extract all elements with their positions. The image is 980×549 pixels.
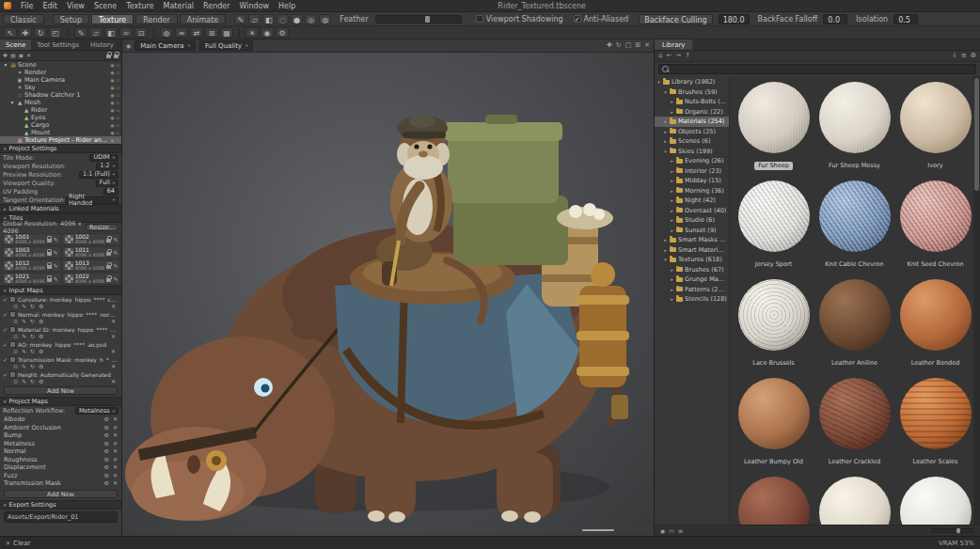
remove-icon[interactable]: ✕: [113, 441, 118, 447]
thumbnail-size-thumb[interactable]: [956, 528, 960, 533]
render-toggle-icon[interactable]: ▫: [117, 86, 119, 90]
remove-icon[interactable]: ✕: [111, 379, 116, 384]
material-leather-scales[interactable]: Leather Scales: [895, 378, 975, 470]
lock-icon[interactable]: [47, 239, 52, 243]
library-folder-nuts-bolts-51[interactable]: ▸Nuts-Bolts (51): [655, 97, 729, 107]
tile-1012[interactable]: 10124096 x 4096✎: [2, 259, 61, 272]
scene-node-sky[interactable]: ☀Sky◉▫: [0, 84, 121, 91]
grid-icon[interactable]: ▦: [220, 27, 233, 38]
remove-icon[interactable]: ✕: [113, 457, 118, 463]
library-folder-interior-23[interactable]: ▸Interior (23): [655, 166, 729, 177]
eye-icon[interactable]: ◉: [110, 116, 114, 120]
scene-node-rider[interactable]: ▲Rider◉▫: [0, 106, 121, 114]
remove-icon[interactable]: ✕: [111, 349, 116, 354]
gear-icon[interactable]: ⚙: [39, 304, 43, 309]
feather-slider[interactable]: [375, 15, 462, 24]
reflection-workflow-dropdown[interactable]: Metalness ▾: [75, 407, 119, 415]
reload-icon[interactable]: ↻: [30, 379, 35, 384]
gear-icon[interactable]: ⚙: [104, 448, 109, 454]
lock-icon[interactable]: [106, 278, 111, 282]
eye-icon[interactable]: ◉: [110, 71, 114, 75]
lock-icon[interactable]: [106, 265, 111, 269]
camera-dropdown[interactable]: Main Camera ▾: [134, 40, 196, 51]
gear-icon[interactable]: ⚙: [104, 480, 109, 486]
scene-node-texture-project-rider-and-mount[interactable]: ▦Texture Project - Rider and Mount◉▫: [0, 136, 121, 144]
project-settings-header[interactable]: ▾ Project Settings: [0, 144, 121, 153]
zoom-icon[interactable]: ⊙: [13, 364, 18, 369]
add-camera-icon[interactable]: ◉: [19, 53, 24, 58]
clone-icon[interactable]: ⊡: [134, 27, 148, 38]
scene-node-render[interactable]: ✦Render◉▫: [0, 69, 121, 76]
eye-icon[interactable]: ◉: [261, 27, 274, 38]
library-folder-smart-materials-344[interactable]: ▸Smart Materials (344): [655, 245, 729, 256]
resize-button[interactable]: Resize...: [86, 224, 119, 231]
library-folder-smart-masks-39[interactable]: ▸Smart Masks (39): [655, 235, 729, 245]
library-folder-textures-618[interactable]: ▾Textures (618): [655, 255, 729, 265]
zoom-icon[interactable]: ⊙: [13, 319, 18, 324]
check-icon[interactable]: ✓: [3, 297, 8, 303]
material-lace-brussels[interactable]: Lace Brussels: [734, 279, 814, 371]
close-view-icon[interactable]: ✕: [644, 42, 650, 49]
scene-node-main-camera[interactable]: ◉Main Camera◉▫: [0, 76, 121, 84]
zoom-icon[interactable]: ⊙: [13, 349, 18, 354]
render-toggle-icon[interactable]: ▫: [117, 63, 119, 68]
tab-tool-settings[interactable]: Tool Settings: [31, 39, 85, 50]
eye-icon[interactable]: ◉: [110, 63, 114, 68]
export-settings-header[interactable]: ▾ Export Settings: [0, 500, 121, 510]
anti-aliased-checkbox[interactable]: ✓ Anti-Aliased: [574, 15, 629, 24]
scene-node-scene[interactable]: ▾▤Scene◉▫: [0, 61, 121, 69]
import-icon[interactable]: ⇩: [952, 53, 957, 59]
edit-icon[interactable]: ✎: [54, 250, 58, 256]
material-partial-13[interactable]: [814, 477, 894, 525]
library-folder-grunge-maps-135[interactable]: ▸Grunge Maps (135): [655, 274, 729, 285]
edit-icon[interactable]: ✎: [113, 276, 118, 282]
light-icon[interactable]: ☀: [245, 27, 259, 38]
gear-icon[interactable]: ⚙: [276, 27, 289, 38]
scene-node-mesh[interactable]: ▾▲Mesh◉▫: [0, 99, 121, 106]
isolation-field[interactable]: 0.5: [893, 14, 918, 24]
remove-icon[interactable]: ✕: [111, 364, 116, 369]
hard-brush-icon[interactable]: ●: [291, 14, 303, 24]
menu-render[interactable]: Render: [198, 2, 234, 10]
tile-1013[interactable]: 10134096 x 4096✎: [62, 259, 121, 272]
material-fur-sheep[interactable]: Fur Sheep: [734, 82, 814, 174]
brush-icon[interactable]: ✎: [234, 14, 246, 24]
remove-icon[interactable]: ✕: [113, 473, 118, 478]
library-folder-library-1982[interactable]: ▾Library (1982): [655, 77, 729, 87]
backface-culling-field[interactable]: 180.0: [719, 14, 750, 24]
add-folder-icon[interactable]: ▤: [10, 53, 16, 58]
edit-icon[interactable]: ✎: [54, 237, 58, 243]
material-knit-seed-chevron[interactable]: Knit Seed Chevron: [895, 180, 975, 273]
check-icon[interactable]: ✓: [3, 327, 8, 333]
library-folder-brushes-59[interactable]: ▾Brushes (59): [655, 87, 729, 98]
scene-node-shadow-catcher-1[interactable]: ▱Shadow Catcher 1◉▫: [0, 91, 121, 99]
edit-icon[interactable]: ✎: [54, 263, 58, 269]
eye-icon[interactable]: ◉: [110, 86, 114, 90]
menu-material[interactable]: Material: [159, 2, 199, 10]
zoom-icon[interactable]: ⊙: [13, 334, 18, 339]
remove-icon[interactable]: ✕: [113, 416, 118, 422]
gear-icon[interactable]: ⚙: [104, 473, 109, 478]
check-icon[interactable]: ✓: [3, 342, 8, 348]
bucket-icon[interactable]: ◧: [104, 27, 118, 38]
gear-icon[interactable]: ⚙: [104, 457, 109, 463]
menu-window[interactable]: Window: [235, 2, 275, 10]
edit-icon[interactable]: ✎: [22, 364, 26, 369]
eye-icon[interactable]: ◉: [110, 93, 114, 98]
menu-scene[interactable]: Scene: [89, 2, 121, 10]
lock-icon[interactable]: [47, 252, 52, 256]
add-object-icon[interactable]: ✚: [3, 53, 8, 58]
check-icon[interactable]: ✓: [3, 312, 8, 318]
material-jersey-sport[interactable]: Jersey Sport: [734, 180, 814, 273]
stamp-icon[interactable]: ◎: [305, 14, 317, 24]
tab-scene[interactable]: Scene: [0, 39, 31, 50]
check-icon[interactable]: ✓: [3, 372, 8, 378]
reload-icon[interactable]: ↻: [30, 334, 35, 339]
lock-icon[interactable]: [114, 55, 119, 58]
gear-icon[interactable]: ⚙: [104, 441, 109, 447]
reload-icon[interactable]: ↻: [30, 349, 35, 354]
home-icon[interactable]: ⌂: [658, 53, 662, 59]
scrollbar-thumb[interactable]: [974, 78, 979, 191]
project-maps-add-new-button[interactable]: Add New: [4, 490, 118, 498]
gear-icon[interactable]: ⚙: [39, 349, 43, 354]
